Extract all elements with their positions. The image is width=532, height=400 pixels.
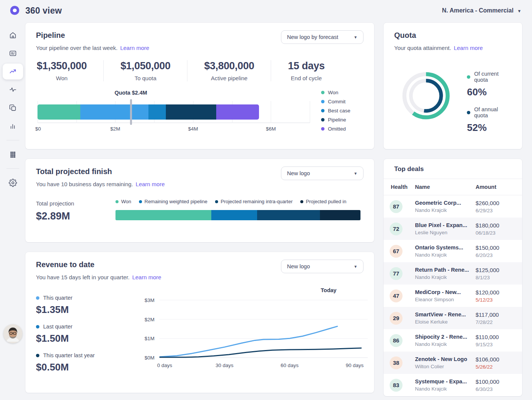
axis-tick-label: $0 bbox=[35, 126, 41, 132]
chevron-down-icon: ▼ bbox=[354, 171, 357, 176]
pipeline-filter-dropdown[interactable]: New logo by forecast ▼ bbox=[281, 30, 364, 44]
deal-amount: $117,000 bbox=[476, 311, 516, 318]
projected-subtitle-text: You have 10 business days remaining. bbox=[36, 181, 133, 187]
quota-card: Quota Your quota attainment.Learn more O… bbox=[384, 23, 522, 149]
line-series-this-quarter-last-year bbox=[159, 348, 361, 357]
stat-label: End of cycle bbox=[288, 75, 325, 81]
deal-name-cell: Return Path - Rene...Nando Krajcik bbox=[415, 267, 476, 280]
deal-name-cell: MediCorp - New...Eleanor Simpson bbox=[415, 289, 476, 302]
table-row[interactable]: 67Ontario Systems...Nando Krajcik$150,00… bbox=[384, 240, 522, 262]
total-projection-label: Total projection bbox=[36, 200, 115, 207]
revenue-stat-value: $0.50M bbox=[36, 361, 142, 373]
revenue-line-chart: Today $0M$1M$2M$3M 0 days30 days60 days9… bbox=[142, 286, 368, 381]
brand: 360 view bbox=[9, 5, 62, 16]
sidebar-item-reports[interactable] bbox=[3, 118, 23, 134]
chevron-down-icon: ▼ bbox=[354, 265, 357, 269]
quota-learn-more-link[interactable]: Learn more bbox=[454, 45, 483, 51]
deal-close-date: 6/30/23 bbox=[476, 386, 516, 392]
deal-amount-cell: $117,0007/28/22 bbox=[476, 311, 516, 325]
revenue-filter-dropdown[interactable]: New logo ▼ bbox=[281, 260, 364, 273]
legend-item: Omitted bbox=[321, 126, 364, 132]
table-row[interactable]: 29SmartView - Rene...Eloise Kerluke$117,… bbox=[384, 307, 522, 329]
deal-owner: Eleanor Simpson bbox=[415, 297, 476, 302]
revenue-stat-name: Last quarter bbox=[43, 324, 72, 330]
deal-amount: $100,000 bbox=[476, 378, 516, 385]
projected-subtitle: You have 10 business days remaining.Lear… bbox=[36, 181, 165, 187]
deal-owner: Nando Krajcik bbox=[415, 341, 476, 347]
table-row[interactable]: 86Shipocity 2 - Rene...Nando Krajcik$110… bbox=[384, 329, 522, 352]
top-deals-header: Health Name Amount bbox=[384, 179, 522, 195]
quota-marker-label: Quota $2.4M bbox=[114, 90, 147, 96]
gridline bbox=[310, 101, 310, 123]
table-row[interactable]: 83Systemque - Expa...Nando Krajcik$100,0… bbox=[384, 374, 522, 396]
legend-item: Won bbox=[115, 199, 131, 204]
user-avatar[interactable] bbox=[3, 324, 22, 343]
deal-owner: Wilton Colier bbox=[415, 364, 476, 369]
legend-label: Commit bbox=[328, 99, 346, 104]
column-header-health: Health bbox=[390, 184, 415, 190]
table-row[interactable]: 38Zenotek - New LogoWilton Colier$106,00… bbox=[384, 352, 522, 374]
deal-close-date: 6/20/23 bbox=[476, 252, 516, 258]
revenue-subtitle: You have 15 days left in your quarter.Le… bbox=[36, 274, 161, 280]
revenue-y-axis: $0M$1M$2M$3M bbox=[142, 298, 159, 360]
sidebar-item-apps[interactable] bbox=[3, 146, 23, 162]
deal-amount-cell: $180,00006/18/23 bbox=[476, 222, 516, 236]
legend-label: Remaining weighted pipeline bbox=[145, 199, 207, 204]
deal-owner: Nando Krajcik bbox=[415, 252, 476, 258]
legend-dot bbox=[321, 100, 325, 103]
stat-value: 15 days bbox=[288, 60, 325, 72]
health-score-badge: 87 bbox=[390, 200, 403, 213]
projected-filter-value: New logo bbox=[287, 170, 310, 176]
table-row[interactable]: 87Geometric Corp...Nando Krajcik$260,000… bbox=[384, 195, 522, 218]
deal-health-cell: 86 bbox=[390, 334, 415, 347]
table-row[interactable]: 77Return Path - Rene...Nando Krajcik$125… bbox=[384, 262, 522, 285]
deal-amount: $260,000 bbox=[476, 200, 516, 206]
deal-health-cell: 29 bbox=[390, 312, 415, 325]
stat-label: Active pipeline bbox=[204, 75, 254, 81]
today-marker-label: Today bbox=[321, 287, 337, 293]
deal-owner: Nando Krajcik bbox=[415, 207, 476, 213]
stat-label: Won bbox=[37, 75, 87, 81]
quota-stat-value: 60% bbox=[467, 86, 512, 98]
sidebar-item-settings[interactable] bbox=[3, 175, 23, 191]
sidebar-item-trends[interactable] bbox=[3, 64, 23, 79]
sidebar-divider bbox=[6, 140, 19, 140]
deal-amount: $110,000 bbox=[476, 334, 516, 340]
pipeline-stats: $1,350,000Won$1,050,000To quota$3,800,00… bbox=[36, 60, 364, 81]
pipeline-learn-more-link[interactable]: Learn more bbox=[120, 45, 149, 51]
legend-item: Projected remaining intra-quarter bbox=[215, 199, 293, 204]
deal-name-cell: Geometric Corp...Nando Krajcik bbox=[415, 200, 476, 213]
quota-marker bbox=[130, 99, 132, 125]
sidebar-item-card[interactable] bbox=[3, 45, 23, 61]
health-score-badge: 47 bbox=[390, 289, 403, 302]
deal-amount: $120,000 bbox=[476, 289, 516, 296]
bar-segment-best-case bbox=[148, 104, 166, 120]
legend-item: Won bbox=[321, 90, 364, 95]
region-selector[interactable]: N. America - Commercial ▼ bbox=[442, 7, 521, 14]
legend-label: Won bbox=[328, 90, 339, 95]
projected-filter-dropdown[interactable]: New logo ▼ bbox=[281, 167, 364, 180]
table-row[interactable]: 72Blue Pixel - Expan...Leslie Nguyen$180… bbox=[384, 218, 522, 240]
projected-learn-more-link[interactable]: Learn more bbox=[136, 181, 165, 187]
sidebar-item-home[interactable] bbox=[3, 27, 23, 43]
table-row[interactable]: 47MediCorp - New...Eleanor Simpson$120,0… bbox=[384, 285, 522, 307]
quota-subtitle-text: Your quota attainment. bbox=[394, 45, 451, 51]
revenue-card: Revenue to date You have 15 days left in… bbox=[25, 252, 374, 393]
bar-segment-pipeline bbox=[166, 104, 217, 120]
legend-item: Best case bbox=[321, 108, 364, 114]
quota-ring-stat: Of current quota60% bbox=[467, 71, 512, 98]
deal-health-cell: 83 bbox=[390, 379, 415, 392]
legend-dot bbox=[321, 118, 325, 121]
x-tick-label: 90 days bbox=[346, 363, 364, 368]
sidebar-item-activity[interactable] bbox=[3, 82, 23, 98]
quota-stat-name: Of current quota bbox=[474, 71, 512, 83]
deal-name-cell: Ontario Systems...Nando Krajcik bbox=[415, 244, 476, 258]
stat-value: $3,800,000 bbox=[204, 60, 254, 72]
deal-health-cell: 38 bbox=[390, 356, 415, 369]
revenue-learn-more-link[interactable]: Learn more bbox=[132, 274, 161, 280]
projected-title: Total projected finish bbox=[36, 167, 165, 176]
sidebar-item-copy[interactable] bbox=[3, 100, 23, 116]
legend-item: Commit bbox=[321, 99, 364, 104]
stat-value: $1,350,000 bbox=[37, 60, 87, 72]
legend-label: Omitted bbox=[328, 126, 346, 132]
